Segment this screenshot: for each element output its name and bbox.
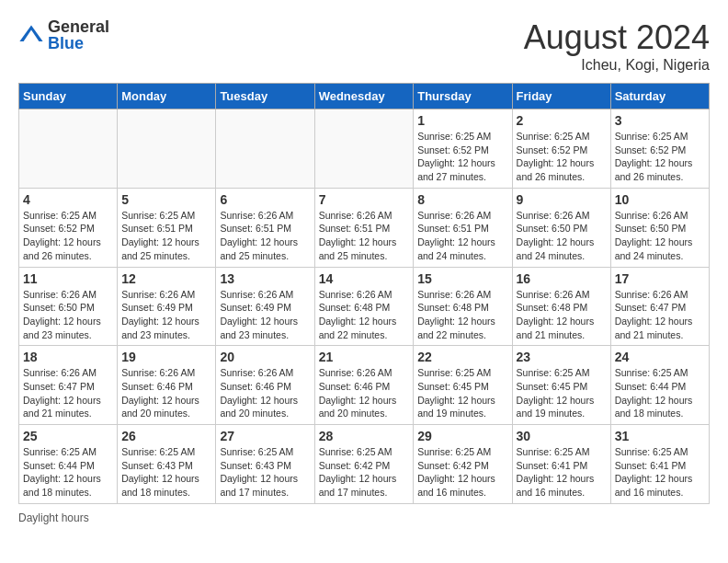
calendar-week-row: 11Sunrise: 6:26 AM Sunset: 6:50 PM Dayli…	[19, 267, 710, 346]
header: General Blue August 2024 Icheu, Kogi, Ni…	[18, 18, 710, 74]
calendar-weekday-header: Sunday	[19, 84, 118, 109]
calendar-cell: 31Sunrise: 6:25 AM Sunset: 6:41 PM Dayli…	[610, 425, 709, 504]
calendar-weekday-header: Thursday	[414, 84, 512, 109]
day-number: 24	[615, 350, 705, 364]
day-number: 7	[319, 192, 410, 207]
calendar-cell: 17Sunrise: 6:26 AM Sunset: 6:47 PM Dayli…	[610, 267, 709, 346]
day-info: Sunrise: 6:26 AM Sunset: 6:51 PM Dayligh…	[319, 209, 410, 263]
day-info: Sunrise: 6:25 AM Sunset: 6:52 PM Dayligh…	[417, 130, 507, 184]
calendar-table: SundayMondayTuesdayWednesdayThursdayFrid…	[18, 83, 710, 504]
day-info: Sunrise: 6:25 AM Sunset: 6:43 PM Dayligh…	[220, 445, 310, 500]
calendar-cell: 21Sunrise: 6:26 AM Sunset: 6:46 PM Dayli…	[314, 346, 414, 425]
day-info: Sunrise: 6:26 AM Sunset: 6:51 PM Dayligh…	[220, 209, 310, 263]
calendar-cell: 5Sunrise: 6:25 AM Sunset: 6:51 PM Daylig…	[118, 188, 216, 267]
logo: General Blue	[18, 18, 109, 52]
calendar-week-row: 18Sunrise: 6:26 AM Sunset: 6:47 PM Dayli…	[19, 346, 710, 425]
calendar-weekday-header: Saturday	[610, 84, 709, 109]
calendar-cell: 3Sunrise: 6:25 AM Sunset: 6:52 PM Daylig…	[610, 109, 709, 189]
day-number: 4	[23, 192, 113, 207]
calendar-cell: 15Sunrise: 6:26 AM Sunset: 6:48 PM Dayli…	[414, 267, 512, 346]
month-title: August 2024	[524, 18, 710, 57]
calendar-cell: 12Sunrise: 6:26 AM Sunset: 6:49 PM Dayli…	[118, 267, 216, 346]
logo-general-text: General	[48, 18, 109, 35]
day-number: 21	[319, 350, 410, 364]
day-number: 9	[517, 192, 607, 207]
day-info: Sunrise: 6:25 AM Sunset: 6:42 PM Dayligh…	[319, 445, 410, 500]
calendar-cell: 1Sunrise: 6:25 AM Sunset: 6:52 PM Daylig…	[414, 109, 512, 189]
day-number: 19	[121, 350, 211, 364]
day-number: 8	[417, 192, 507, 207]
day-number: 26	[121, 429, 211, 443]
calendar-cell: 8Sunrise: 6:26 AM Sunset: 6:51 PM Daylig…	[414, 188, 512, 267]
calendar-cell: 4Sunrise: 6:25 AM Sunset: 6:52 PM Daylig…	[19, 188, 118, 267]
day-info: Sunrise: 6:26 AM Sunset: 6:46 PM Dayligh…	[220, 366, 310, 420]
day-number: 2	[517, 113, 607, 128]
day-info: Sunrise: 6:25 AM Sunset: 6:41 PM Dayligh…	[517, 445, 607, 500]
day-number: 30	[517, 429, 607, 443]
day-number: 3	[615, 113, 705, 128]
calendar-week-row: 4Sunrise: 6:25 AM Sunset: 6:52 PM Daylig…	[19, 188, 710, 267]
day-info: Sunrise: 6:26 AM Sunset: 6:48 PM Dayligh…	[319, 288, 410, 342]
calendar-week-row: 1Sunrise: 6:25 AM Sunset: 6:52 PM Daylig…	[19, 109, 710, 189]
day-number: 27	[220, 429, 310, 443]
day-number: 11	[23, 271, 113, 286]
calendar-cell: 20Sunrise: 6:26 AM Sunset: 6:46 PM Dayli…	[216, 346, 314, 425]
calendar-cell: 16Sunrise: 6:26 AM Sunset: 6:48 PM Dayli…	[512, 267, 610, 346]
day-number: 12	[121, 271, 211, 286]
calendar-cell: 28Sunrise: 6:25 AM Sunset: 6:42 PM Dayli…	[314, 425, 414, 504]
day-number: 17	[615, 271, 705, 286]
calendar-week-row: 25Sunrise: 6:25 AM Sunset: 6:44 PM Dayli…	[19, 425, 710, 504]
calendar-cell: 24Sunrise: 6:25 AM Sunset: 6:44 PM Dayli…	[610, 346, 709, 425]
day-info: Sunrise: 6:26 AM Sunset: 6:51 PM Dayligh…	[417, 209, 507, 263]
calendar-cell: 9Sunrise: 6:26 AM Sunset: 6:50 PM Daylig…	[512, 188, 610, 267]
day-number: 23	[517, 350, 607, 364]
calendar-cell: 30Sunrise: 6:25 AM Sunset: 6:41 PM Dayli…	[512, 425, 610, 504]
day-info: Sunrise: 6:26 AM Sunset: 6:48 PM Dayligh…	[417, 288, 507, 342]
calendar-cell: 13Sunrise: 6:26 AM Sunset: 6:49 PM Dayli…	[216, 267, 314, 346]
calendar-cell: 6Sunrise: 6:26 AM Sunset: 6:51 PM Daylig…	[216, 188, 314, 267]
day-info: Sunrise: 6:25 AM Sunset: 6:45 PM Dayligh…	[417, 366, 507, 420]
day-number: 15	[417, 271, 507, 286]
calendar-cell: 2Sunrise: 6:25 AM Sunset: 6:52 PM Daylig…	[512, 109, 610, 189]
day-info: Sunrise: 6:25 AM Sunset: 6:45 PM Dayligh…	[517, 366, 607, 420]
day-number: 31	[615, 429, 705, 443]
day-info: Sunrise: 6:25 AM Sunset: 6:43 PM Dayligh…	[121, 445, 211, 500]
day-info: Sunrise: 6:25 AM Sunset: 6:51 PM Dayligh…	[121, 209, 211, 263]
day-number: 28	[319, 429, 410, 443]
location-title: Icheu, Kogi, Nigeria	[524, 57, 710, 74]
logo-icon	[18, 22, 44, 48]
day-number: 13	[220, 271, 310, 286]
day-info: Sunrise: 6:25 AM Sunset: 6:52 PM Dayligh…	[517, 130, 607, 184]
logo-blue-text: Blue	[48, 35, 109, 52]
calendar-cell	[314, 109, 414, 189]
calendar-cell	[118, 109, 216, 189]
day-number: 25	[23, 429, 113, 443]
day-number: 14	[319, 271, 410, 286]
calendar-cell: 25Sunrise: 6:25 AM Sunset: 6:44 PM Dayli…	[19, 425, 118, 504]
day-info: Sunrise: 6:26 AM Sunset: 6:50 PM Dayligh…	[517, 209, 607, 263]
day-number: 6	[220, 192, 310, 207]
calendar-weekday-header: Wednesday	[314, 84, 414, 109]
day-info: Sunrise: 6:26 AM Sunset: 6:46 PM Dayligh…	[319, 366, 410, 420]
day-info: Sunrise: 6:25 AM Sunset: 6:52 PM Dayligh…	[615, 130, 705, 184]
day-info: Sunrise: 6:26 AM Sunset: 6:49 PM Dayligh…	[121, 288, 211, 342]
daylight-label: Daylight hours	[18, 511, 89, 524]
day-number: 20	[220, 350, 310, 364]
calendar-cell: 7Sunrise: 6:26 AM Sunset: 6:51 PM Daylig…	[314, 188, 414, 267]
calendar-cell: 26Sunrise: 6:25 AM Sunset: 6:43 PM Dayli…	[118, 425, 216, 504]
calendar-cell: 29Sunrise: 6:25 AM Sunset: 6:42 PM Dayli…	[414, 425, 512, 504]
day-info: Sunrise: 6:26 AM Sunset: 6:46 PM Dayligh…	[121, 366, 211, 420]
calendar-cell: 27Sunrise: 6:25 AM Sunset: 6:43 PM Dayli…	[216, 425, 314, 504]
day-number: 1	[417, 113, 507, 128]
day-info: Sunrise: 6:26 AM Sunset: 6:50 PM Dayligh…	[615, 209, 705, 263]
calendar-weekday-header: Monday	[118, 84, 216, 109]
day-number: 22	[417, 350, 507, 364]
day-number: 10	[615, 192, 705, 207]
day-number: 29	[417, 429, 507, 443]
day-number: 16	[517, 271, 607, 286]
day-info: Sunrise: 6:25 AM Sunset: 6:44 PM Dayligh…	[23, 445, 113, 500]
day-info: Sunrise: 6:26 AM Sunset: 6:50 PM Dayligh…	[23, 288, 113, 342]
calendar-cell	[19, 109, 118, 189]
day-info: Sunrise: 6:26 AM Sunset: 6:48 PM Dayligh…	[517, 288, 607, 342]
calendar-cell: 11Sunrise: 6:26 AM Sunset: 6:50 PM Dayli…	[19, 267, 118, 346]
